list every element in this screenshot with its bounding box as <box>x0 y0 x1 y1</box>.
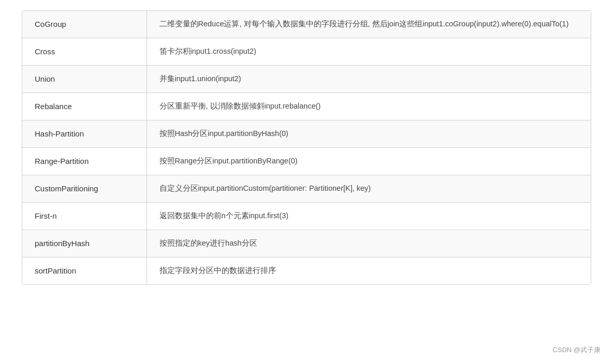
term-cell: Hash-Partition <box>22 120 147 148</box>
table-row: Range-Partition按照Range分区input.partitionB… <box>22 148 591 175</box>
table-row: Rebalance分区重新平衡, 以消除数据倾斜input.rebalance(… <box>22 93 591 120</box>
term-cell: sortPartition <box>22 257 147 285</box>
description-cell: 并集input1.union(input2) <box>147 66 591 93</box>
table-row: Cross笛卡尔积input1.cross(input2) <box>22 38 591 66</box>
description-cell: 指定字段对分区中的数据进行排序 <box>147 257 591 285</box>
description-cell: 分区重新平衡, 以消除数据倾斜input.rebalance() <box>147 93 591 120</box>
table-row: partitionByHash按照指定的key进行hash分区 <box>22 230 591 257</box>
data-table: CoGroup二维变量的Reduce运算, 对每个输入数据集中的字段进行分组, … <box>22 11 591 284</box>
table-row: sortPartition指定字段对分区中的数据进行排序 <box>22 257 591 285</box>
table-row: Union并集input1.union(input2) <box>22 66 591 93</box>
description-cell: 按照指定的key进行hash分区 <box>147 230 591 257</box>
table-row: Hash-Partition按照Hash分区input.partitionByH… <box>22 120 591 148</box>
term-cell: Range-Partition <box>22 148 147 175</box>
table-row: CustomParitioning自定义分区input.partitionCus… <box>22 175 591 203</box>
watermark: CSDN @武子康 <box>552 345 601 355</box>
description-cell: 按照Hash分区input.partitionByHash(0) <box>147 120 591 148</box>
term-cell: partitionByHash <box>22 230 147 257</box>
table-row: First-n返回数据集中的前n个元素input.first(3) <box>22 203 591 230</box>
term-cell: First-n <box>22 203 147 230</box>
main-table-wrapper: CoGroup二维变量的Reduce运算, 对每个输入数据集中的字段进行分组, … <box>22 10 591 285</box>
term-cell: Union <box>22 66 147 93</box>
term-cell: CoGroup <box>22 11 147 38</box>
description-cell: 按照Range分区input.partitionByRange(0) <box>147 148 591 175</box>
term-cell: CustomParitioning <box>22 175 147 203</box>
description-cell: 笛卡尔积input1.cross(input2) <box>147 38 591 66</box>
term-cell: Rebalance <box>22 93 147 120</box>
description-cell: 返回数据集中的前n个元素input.first(3) <box>147 203 591 230</box>
description-cell: 自定义分区input.partitionCustom(partitioner: … <box>147 175 591 203</box>
table-row: CoGroup二维变量的Reduce运算, 对每个输入数据集中的字段进行分组, … <box>22 11 591 38</box>
term-cell: Cross <box>22 38 147 66</box>
description-cell: 二维变量的Reduce运算, 对每个输入数据集中的字段进行分组, 然后join这… <box>147 11 591 38</box>
